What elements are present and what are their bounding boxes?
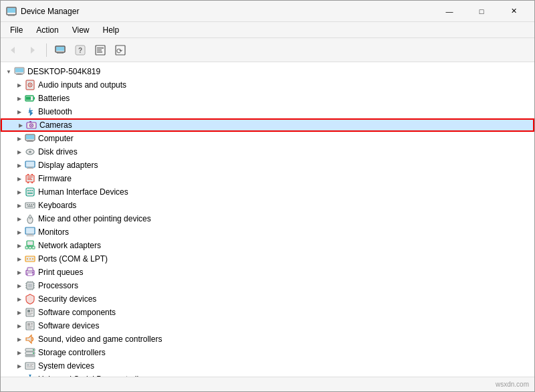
svg-rect-60 — [33, 204, 34, 205]
svg-rect-108 — [27, 326, 33, 327]
svg-rect-69 — [27, 235, 33, 236]
svg-rect-67 — [26, 228, 34, 233]
svg-rect-55 — [27, 193, 33, 194]
update-button[interactable]: ⟳ — [111, 41, 130, 60]
softwaredev-icon — [25, 320, 35, 331]
svg-rect-1 — [7, 8, 15, 13]
computer-view-button[interactable] — [51, 41, 70, 60]
hid-label: Human Interface Devices — [38, 187, 128, 197]
security-expand-icon: ▶ — [14, 294, 25, 304]
menu-view[interactable]: View — [66, 24, 96, 36]
minimize-button[interactable]: — — [434, 1, 465, 22]
mice-icon — [25, 213, 35, 224]
help-button[interactable]: ? — [71, 41, 90, 60]
svg-point-114 — [33, 349, 34, 351]
batteries-icon — [25, 93, 35, 104]
display-label: Display adapters — [38, 161, 98, 170]
keyboards-label: Keyboards — [38, 201, 76, 210]
svg-rect-2 — [9, 15, 13, 15]
tree-item-system[interactable]: ▶ System devices — [1, 359, 534, 373]
softwarecomp-expand-icon: ▶ — [14, 307, 25, 318]
network-expand-icon: ▶ — [14, 240, 25, 251]
svg-rect-106 — [31, 323, 33, 324]
svg-rect-103 — [27, 314, 31, 315]
device-tree: ▼ DESKTOP-504K819 ▶ Audio — [1, 62, 534, 377]
cameras-icon — [26, 120, 37, 130]
svg-rect-20 — [17, 74, 21, 74]
tree-item-softwaredev[interactable]: ▶ Software devices — [1, 319, 534, 332]
tree-item-keyboards[interactable]: ▶ Keyboards — [1, 199, 534, 212]
properties-button[interactable] — [91, 41, 110, 60]
tree-item-hid[interactable]: ▶ Human Interface Devices — [1, 185, 534, 199]
svg-rect-15 — [97, 52, 102, 53]
disk-label: Disk drives — [38, 147, 78, 157]
tree-item-bluetooth[interactable]: ▶ Bluetooth — [1, 105, 534, 118]
svg-rect-72 — [29, 246, 31, 249]
tree-item-processors[interactable]: ▶ Proces — [1, 279, 534, 292]
svg-rect-35 — [27, 141, 33, 142]
tree-item-print[interactable]: ▶ Print queues — [1, 266, 534, 279]
tree-item-ports[interactable]: ▶ Ports (COM & LPT) — [1, 252, 534, 266]
tree-item-softwarecomp[interactable]: ▶ Software components — [1, 306, 534, 319]
svg-rect-113 — [25, 355, 35, 357]
svg-point-30 — [31, 125, 32, 126]
tree-item-display[interactable]: ▶ Display adapters — [1, 159, 534, 172]
device-manager-window: Device Manager — □ ✕ File Action View He… — [0, 0, 535, 392]
network-icon — [25, 240, 35, 251]
disk-expand-icon: ▶ — [14, 146, 25, 157]
audio-label: Audio inputs and outputs — [38, 80, 126, 90]
tree-item-batteries[interactable]: ▶ Batteries — [1, 92, 534, 105]
tree-item-cameras[interactable]: ▶ Cameras — [1, 118, 534, 132]
svg-rect-109 — [27, 328, 31, 328]
window-icon — [6, 6, 17, 17]
root-computer-icon — [14, 66, 25, 77]
audio-icon — [25, 80, 35, 90]
svg-rect-3 — [8, 15, 15, 16]
tree-item-sound[interactable]: ▶ Sound, video and game controllers — [1, 332, 534, 346]
svg-rect-50 — [27, 179, 32, 180]
svg-rect-9 — [57, 53, 64, 54]
sound-icon — [25, 334, 35, 345]
svg-rect-41 — [28, 167, 32, 168]
tree-item-network[interactable]: ▶ Network adapters — [1, 239, 534, 252]
svg-point-78 — [29, 258, 31, 260]
svg-rect-33 — [26, 135, 34, 139]
svg-rect-117 — [27, 364, 29, 366]
forward-button[interactable] — [23, 41, 42, 60]
tree-item-storage[interactable]: ▶ Storage controllers — [1, 346, 534, 359]
monitors-label: Monitors — [38, 227, 69, 237]
menu-file[interactable]: File — [3, 24, 29, 36]
svg-rect-118 — [30, 364, 33, 365]
firmware-expand-icon: ▶ — [14, 173, 25, 184]
softwaredev-expand-icon: ▶ — [14, 320, 25, 331]
tree-item-mice[interactable]: ▶ Mice and other pointing devices — [1, 212, 534, 225]
display-expand-icon: ▶ — [14, 160, 25, 171]
svg-rect-71 — [25, 246, 28, 249]
svg-rect-7 — [56, 47, 64, 51]
svg-rect-26 — [33, 97, 35, 100]
close-button[interactable]: ✕ — [498, 1, 529, 22]
computer-expand-icon: ▶ — [14, 133, 25, 144]
tree-item-computer[interactable]: ▶ Computer — [1, 132, 534, 145]
tree-item-monitors[interactable]: ▶ Monitors — [1, 225, 534, 239]
tree-root[interactable]: ▼ DESKTOP-504K819 — [1, 65, 534, 78]
tree-item-audio[interactable]: ▶ Audio inputs and outputs — [1, 78, 534, 92]
maximize-button[interactable]: □ — [466, 1, 497, 22]
softwarecomp-label: Software components — [38, 308, 116, 317]
tree-item-security[interactable]: ▶ Security devices — [1, 292, 534, 306]
ports-label: Ports (COM & LPT) — [38, 254, 108, 264]
svg-point-52 — [27, 190, 29, 191]
svg-marker-4 — [11, 47, 15, 54]
svg-point-79 — [32, 258, 33, 260]
tree-item-disk[interactable]: ▶ Disk drives — [1, 145, 534, 159]
svg-rect-40 — [26, 162, 34, 166]
menu-help[interactable]: Help — [96, 24, 126, 36]
tree-item-firmware[interactable]: ▶ Firmware — [1, 172, 534, 185]
display-icon — [25, 160, 35, 171]
menu-action[interactable]: Action — [29, 24, 65, 36]
monitors-expand-icon: ▶ — [14, 227, 25, 237]
back-button[interactable] — [3, 41, 22, 60]
root-label: DESKTOP-504K819 — [27, 67, 100, 76]
svg-point-115 — [33, 353, 34, 354]
print-label: Print queues — [38, 268, 83, 277]
